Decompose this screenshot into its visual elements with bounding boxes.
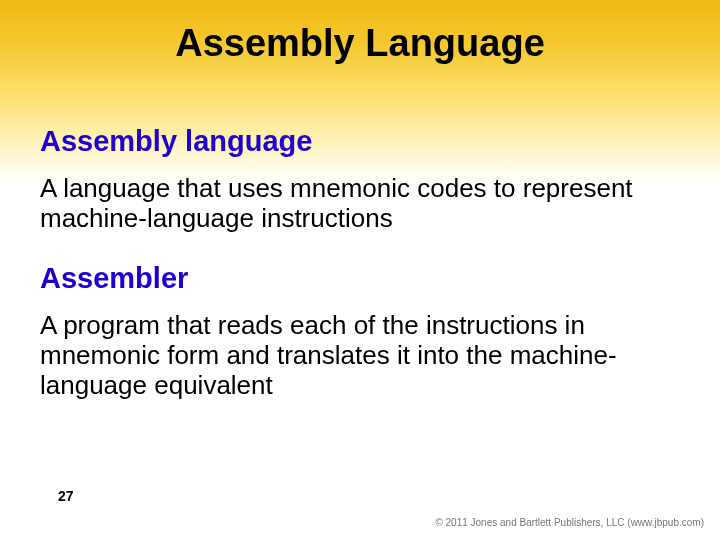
slide: Assembly Language Assembly language A la… [0, 0, 720, 540]
term-assembler: Assembler [40, 262, 680, 295]
copyright-notice: © 2011 Jones and Bartlett Publishers, LL… [435, 517, 704, 528]
slide-title: Assembly Language [0, 22, 720, 65]
page-number: 27 [58, 488, 74, 504]
term-assembly-language: Assembly language [40, 125, 680, 158]
definition-assembly-language: A language that uses mnemonic codes to r… [40, 174, 680, 234]
slide-content: Assembly language A language that uses m… [40, 125, 680, 400]
definition-assembler: A program that reads each of the instruc… [40, 311, 680, 401]
